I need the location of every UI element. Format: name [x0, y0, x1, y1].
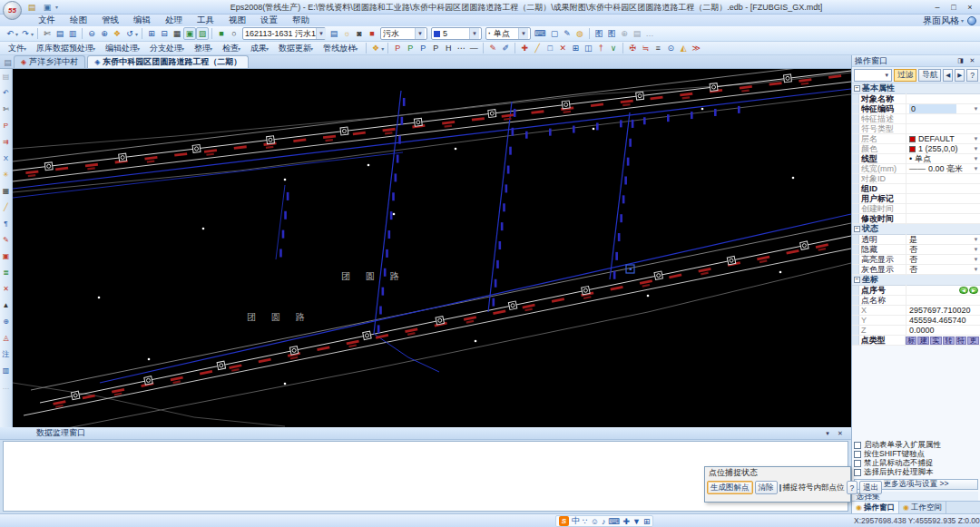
map2-icon[interactable]: 图: [605, 27, 618, 40]
checkbox[interactable]: [854, 460, 861, 467]
prop-value[interactable]: 0.00 毫米: [926, 163, 972, 175]
object-filter-combo[interactable]: ▼: [854, 69, 892, 82]
undo-dropdown-icon[interactable]: ▾: [15, 31, 18, 37]
menu-file[interactable]: 文件: [31, 15, 63, 26]
collapse-icon[interactable]: −: [854, 85, 860, 92]
monitor-icon[interactable]: ▢: [548, 27, 561, 40]
image-view-1-icon[interactable]: ▣: [183, 27, 196, 40]
redo-icon[interactable]: ↷: [19, 27, 32, 40]
next-button[interactable]: ▶: [955, 69, 965, 82]
tb2-menu-preprocess[interactable]: 原库数据预处理▾: [32, 43, 101, 54]
prev-button[interactable]: ◀: [943, 69, 953, 82]
punctuation-icon[interactable]: ∵: [583, 517, 588, 526]
prop-value[interactable]: 0.0000: [906, 326, 980, 335]
style-icon[interactable]: [967, 16, 976, 25]
left-tool-grid-icon[interactable]: ▦: [0, 185, 12, 197]
line-icon[interactable]: —: [467, 42, 480, 54]
tab-operation-window[interactable]: ◉操作窗口: [852, 502, 899, 513]
menu-draw[interactable]: 绘图: [63, 15, 94, 26]
chevron-down-icon[interactable]: ▼: [972, 166, 980, 171]
navigate-button[interactable]: 导航: [918, 69, 941, 82]
chevron-down-icon[interactable]: ▼: [972, 247, 980, 252]
circle-icon[interactable]: ○: [228, 27, 240, 40]
interface-style-control[interactable]: 界面风格 ▾: [923, 15, 976, 26]
menu-edit[interactable]: 编辑: [126, 15, 158, 26]
left-tool-flow-icon[interactable]: ⇉: [0, 136, 12, 148]
close-button[interactable]: ×: [962, 1, 978, 13]
point-type-button[interactable]: 实: [930, 337, 942, 345]
mic-icon[interactable]: ♪: [602, 517, 606, 526]
refresh-icon[interactable]: ↺: [123, 27, 136, 40]
exit-button[interactable]: 退出: [859, 481, 882, 494]
pen-icon[interactable]: ✐: [499, 42, 512, 54]
tb2-menu-file[interactable]: 文件▾: [4, 43, 32, 54]
prop-value[interactable]: 0: [909, 104, 956, 113]
left-tool-mountain-icon[interactable]: ▲: [0, 299, 12, 311]
chinese-mode-icon[interactable]: 中: [572, 515, 580, 527]
tb2-menu-editprocess[interactable]: 编辑处理▾: [101, 43, 145, 54]
left-tool-para-icon[interactable]: ¶: [0, 218, 12, 229]
doc-tab-dongqiao[interactable]: ◈ 东侨中科园区团圆路道路工程（二期）: [87, 55, 249, 68]
chevron-down-icon[interactable]: ▼: [972, 146, 980, 151]
point-red-icon[interactable]: P: [391, 42, 404, 54]
list-icon[interactable]: ≡: [652, 42, 664, 54]
minimize-button[interactable]: –: [929, 1, 946, 13]
cut-icon[interactable]: ✄: [41, 27, 54, 40]
lock-icon[interactable]: ◙: [353, 27, 366, 40]
chevron-down-icon[interactable]: ▼: [972, 136, 980, 142]
copy-icon[interactable]: ▤: [54, 27, 66, 40]
skin-icon[interactable]: ▼: [632, 517, 641, 526]
left-tool-more-icon[interactable]: …: [0, 381, 12, 393]
compare-icon[interactable]: ≒: [639, 42, 652, 54]
prop-value[interactable]: 2957697.710020: [906, 306, 980, 315]
left-tool-triangle-icon[interactable]: ◬: [0, 332, 12, 344]
map-canvas[interactable]: 团 圆 路 团 圆 路: [13, 69, 851, 427]
soft-keyboard-icon[interactable]: ⌨: [608, 517, 620, 526]
chevron-down-icon[interactable]: ▾: [961, 17, 964, 24]
paste-icon[interactable]: ▥: [66, 27, 79, 40]
snap-inner-checkbox[interactable]: [779, 484, 781, 492]
app-logo-button[interactable]: 55: [3, 1, 22, 20]
point-type-button[interactable]: 特: [956, 337, 967, 345]
refresh-dropdown-icon[interactable]: ▾: [135, 31, 138, 37]
edit-red-icon[interactable]: ✎: [486, 42, 499, 54]
collapse-icon[interactable]: −: [854, 277, 860, 283]
point-type-button[interactable]: 建: [917, 337, 929, 345]
checkbox[interactable]: [854, 469, 861, 476]
quick-access-dropdown-icon[interactable]: ▾: [55, 4, 58, 10]
add-point-icon[interactable]: ✚: [518, 42, 531, 54]
point-type-button[interactable]: 更: [967, 337, 979, 345]
clear-button[interactable]: 清除: [755, 481, 778, 494]
left-tool-star-icon[interactable]: ✳: [0, 169, 12, 181]
keyboard-icon[interactable]: ⌨: [533, 27, 548, 40]
hand-dropdown-icon[interactable]: ▾: [381, 45, 384, 52]
panel-help-button[interactable]: ?: [966, 69, 978, 82]
point-type-button[interactable]: 转: [943, 337, 955, 345]
panel-close-icon[interactable]: ✕: [835, 428, 846, 438]
globe-icon[interactable]: ◍: [573, 27, 586, 40]
hand-tool-icon[interactable]: ❖: [369, 42, 382, 54]
window-grid-icon[interactable]: ⊟: [158, 27, 171, 40]
redo-dropdown-icon[interactable]: ▾: [31, 31, 34, 37]
left-tool-doc-icon[interactable]: ▤: [0, 71, 12, 83]
zoom-in-icon[interactable]: ⊕: [98, 27, 111, 40]
chevron-down-icon[interactable]: ▼: [415, 28, 425, 39]
chevron-down-icon[interactable]: ▼: [882, 73, 891, 78]
open-icon[interactable]: ▤: [25, 1, 38, 13]
prop-value[interactable]: DEFAULT: [916, 134, 972, 143]
left-tool-x-icon[interactable]: X: [0, 152, 12, 164]
merge-icon[interactable]: ◫: [582, 42, 594, 54]
tb2-menu-check[interactable]: 检查▾: [218, 43, 246, 54]
animation-icon[interactable]: ▦: [171, 27, 183, 40]
prop-value[interactable]: 455594.465740: [906, 316, 980, 325]
tb2-menu-branch[interactable]: 分支处理▾: [145, 43, 190, 54]
left-tool-box-icon[interactable]: ▣: [0, 250, 12, 262]
close-icon[interactable]: ✕: [967, 56, 977, 65]
point-select-combo[interactable]: 162113-1631 污水1 ▼: [242, 27, 326, 40]
chevron-down-icon[interactable]: ▼: [972, 156, 980, 161]
menu-view[interactable]: 视图: [221, 15, 253, 26]
menu-settings[interactable]: 设置: [253, 15, 285, 26]
zoom-out-icon[interactable]: ⊖: [85, 27, 98, 40]
undo-icon[interactable]: ↶: [4, 27, 16, 40]
point-next-button[interactable]: ▶: [969, 287, 978, 294]
